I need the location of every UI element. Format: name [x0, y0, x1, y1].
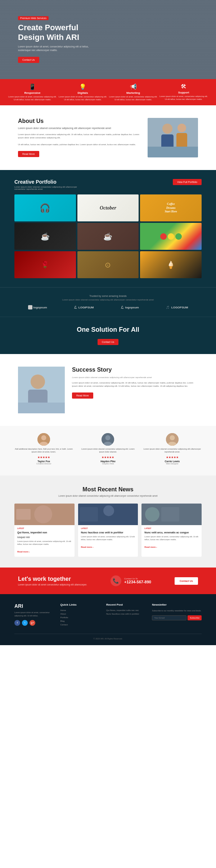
footer-col-recent: Recent Post Qui flores, imperdiet nulla …	[106, 603, 145, 627]
brands-section: Trusted by some amazing brands Lorem ips…	[0, 287, 216, 317]
about-read-more-button[interactable]: Read More	[18, 151, 39, 157]
testimonial-2-text: Lorem ipsum dolor sitamet consectetur ad…	[78, 448, 137, 453]
portfolio-title: Creative Portfolio	[14, 179, 86, 185]
svg-rect-27	[161, 507, 179, 522]
footer-link-contact[interactable]: Contact	[60, 624, 99, 626]
svg-point-26	[145, 507, 159, 522]
cta-phone-info: Contact Us To +1234-567-890	[124, 578, 151, 584]
news-card-text-1: Lorem ipsum dolor sit amet, consectetur …	[17, 540, 72, 546]
success-read-more-button[interactable]: Read More	[72, 392, 93, 399]
testimonials-row: Add additional description here. Add you…	[14, 433, 202, 464]
service-digital-desc: Lorem ipsum dolor sit amet, consectetur …	[58, 96, 108, 101]
support-icon: 🛠	[158, 83, 209, 90]
newsletter-email-input[interactable]	[152, 615, 186, 620]
about-content: About Us Lorem ipsum dolor sitamet conse…	[18, 118, 140, 157]
footer: ARI Lorem ipsum dolor sit amet, consecte…	[0, 594, 216, 645]
service-support-title: Support	[158, 91, 209, 94]
one-solution-cta-button[interactable]: Contact Us	[98, 339, 119, 345]
portfolio-cell-4[interactable]: ☕	[14, 223, 76, 250]
footer-quick-links-title: Quick Links	[60, 603, 99, 606]
footer-recent-2[interactable]: Nunc faucibus cras velit in porttitor	[106, 613, 145, 615]
testimonial-1-name: Taylor Fox	[14, 460, 73, 463]
news-card-3: LATEST Nunc velit arcu, venenatis ac con…	[141, 504, 202, 557]
responsive-icon: 📱	[7, 83, 58, 90]
news-image-3	[141, 504, 202, 525]
portfolio-cell-7[interactable]: 🌹	[14, 251, 76, 278]
svg-point-1	[162, 124, 172, 134]
footer-grid: ARI Lorem ipsum dolor sit amet, consecte…	[14, 603, 202, 627]
news-read-more-3[interactable]: Read more ›	[144, 546, 157, 548]
news-description: Lorem ipsum dolor sitamet consectetur ad…	[14, 495, 202, 497]
cta-contact-button[interactable]: Contact Us	[175, 577, 198, 585]
portfolio-cell-6[interactable]	[140, 223, 202, 250]
cta-section: Let's work together Lorem ipsum dolor si…	[0, 568, 216, 594]
about-body2: Ut elit tellus, luctus nec ullamcorper m…	[18, 143, 140, 146]
svg-point-23	[103, 505, 114, 516]
about-image-inner	[148, 118, 198, 157]
twitter-icon[interactable]: t	[22, 620, 28, 626]
digital-icon: 💡	[58, 83, 108, 90]
portfolio-cell-9[interactable]: 🍦	[140, 251, 202, 278]
testimonial-3: Lorem ipsum dolor sitamet consectetur ad…	[143, 433, 202, 464]
newsletter-form: Subscribe	[152, 615, 202, 620]
footer-col-links: Quick Links Home About Portfolio Blog Co…	[60, 603, 99, 627]
success-section: Success Story Lorem ipsum dolor sitamet …	[0, 354, 216, 426]
portfolio-description: Lorem ipsum dolor sitamet consectetur ad…	[14, 186, 86, 190]
service-marketing-title: Marketing	[108, 91, 158, 95]
news-card-title-3: Nunc velit arcu, venenatis ac congue	[144, 531, 199, 534]
newsletter-subscribe-button[interactable]: Subscribe	[188, 615, 202, 620]
footer-recent-1[interactable]: Qui flores, imperdiet nulla nec nec	[106, 609, 145, 611]
about-subtitle: Lorem ipsum dolor sitamet consectetur ad…	[18, 127, 140, 130]
footer-link-blog[interactable]: Blog	[60, 620, 99, 622]
brand-logo-2: ℒ LOGIPSUM	[74, 306, 94, 309]
news-read-more-2[interactable]: Read more ›	[81, 546, 94, 548]
footer-link-portfolio[interactable]: Portfolio	[60, 616, 99, 619]
svg-rect-9	[18, 403, 65, 413]
news-card-1: LATEST Qui flores, imperdiet non Iusquiz…	[14, 504, 75, 557]
portfolio-cell-2[interactable]: October	[77, 194, 139, 221]
hero-cta-button[interactable]: Contact Us	[18, 57, 39, 63]
about-section: About Us Lorem ipsum dolor sitamet conse…	[0, 105, 216, 170]
phone-icon: 📞	[111, 575, 121, 586]
news-read-more-1[interactable]: Read more ›	[17, 551, 30, 553]
news-badge-1: LATEST	[14, 525, 75, 530]
news-card-subtitle-1: Iusquiz nisi	[17, 536, 72, 539]
portfolio-header: Creative Portfolio Lorem ipsum dolor sit…	[14, 179, 202, 190]
one-solution-section: One Solution For All Contact Us	[0, 317, 216, 354]
cta-phone-block: 📞 Contact Us To +1234-567-890	[111, 575, 151, 586]
portfolio-cell-3[interactable]: CoffeeDreamsStart Here	[140, 194, 202, 221]
brands-description: Lorem ipsum dolor sitamet consectetur ad…	[14, 299, 202, 301]
news-badge-2: LATEST	[78, 525, 138, 530]
brand-name-1: logopsum	[33, 306, 47, 309]
service-support-desc: Lorem ipsum dolor sit amet, consectetur …	[158, 95, 209, 101]
googleplus-icon[interactable]: g+	[30, 620, 35, 626]
success-body1: Lorem ipsum dolor sitamet consectetur ad…	[72, 376, 198, 379]
portfolio-cell-1[interactable]: 🎧	[14, 194, 76, 221]
news-badge-3: LATEST	[141, 525, 202, 530]
service-support: 🛠 Support Lorem ipsum dolor sit amet, co…	[158, 83, 209, 101]
news-content-1: Qui flores, imperdiet non Iusquiz nisi L…	[14, 530, 75, 557]
facebook-icon[interactable]: f	[14, 620, 20, 626]
portfolio-header-left: Creative Portfolio Lorem ipsum dolor sit…	[14, 179, 86, 190]
portfolio-cell-5[interactable]: ☕	[77, 223, 139, 250]
svg-point-20	[34, 505, 52, 523]
news-card-title-1: Qui flores, imperdiet non	[17, 531, 72, 534]
brand-icon-3: ℒ	[121, 306, 123, 309]
testimonial-2-role: Graphic Artist	[78, 463, 137, 465]
one-solution-title: One Solution For All	[14, 326, 202, 334]
testimonial-2: Lorem ipsum dolor sitamet consectetur ad…	[78, 433, 137, 464]
footer-copyright: © 2023 ARI. All Rights Reserved.	[94, 638, 123, 640]
brands-trusted-label: Trusted by some amazing brands	[14, 295, 202, 297]
about-body1: Lorem ipsum dolor sit amet, consectetur …	[18, 133, 140, 139]
hero-section: Premium Web Services Create PowerfulDesi…	[0, 0, 216, 79]
about-image	[148, 118, 198, 157]
footer-link-about[interactable]: About	[60, 613, 99, 615]
testimonial-2-avatar	[102, 433, 114, 446]
portfolio-cell-8[interactable]: ⊙	[77, 251, 139, 278]
news-section: Most Recent News Lorem ipsum dolor sitam…	[0, 476, 216, 568]
news-card-text-2: Lorem ipsum dolor sit amet, consectetur …	[81, 536, 135, 541]
svg-point-17	[170, 435, 175, 440]
portfolio-view-all-button[interactable]: View Full Portfolio	[173, 179, 202, 185]
service-digital: 💡 Digitals Lorem ipsum dolor sit amet, c…	[58, 83, 108, 101]
footer-link-home[interactable]: Home	[60, 609, 99, 611]
